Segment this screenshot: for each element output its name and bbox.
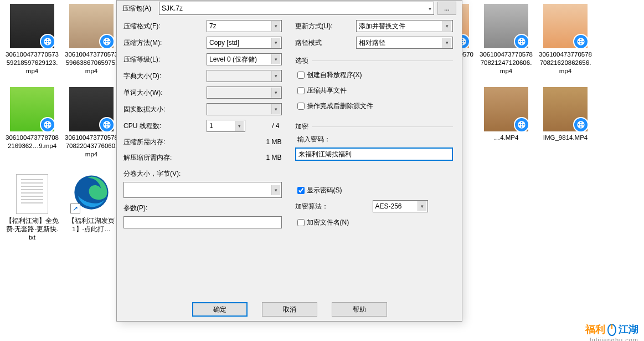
- svg-point-34: [47, 126, 49, 128]
- svg-point-11: [104, 41, 106, 43]
- file-item[interactable]: 30610047377057870822043776060.mp4: [62, 83, 121, 166]
- svg-point-40: [106, 126, 108, 128]
- shortcut-arrow-icon: ↗: [70, 203, 80, 213]
- archive-path-combo[interactable]: SJK.7z ▾: [159, 2, 434, 15]
- file-item[interactable]: 3061004737787082169362…9.mp4: [3, 83, 61, 166]
- svg-point-15: [464, 41, 466, 43]
- showpwd-checkbox[interactable]: [297, 187, 305, 194]
- chevron-down-icon: ▾: [442, 21, 451, 31]
- file-item[interactable]: 30610047377057870821247120606.mp4: [477, 0, 535, 83]
- svg-point-53: [519, 124, 521, 126]
- file-name: 30610047377057870822043776060.mp4: [64, 134, 119, 159]
- delete-label: 操作完成后删除源文件: [307, 101, 373, 111]
- svg-point-55: [580, 124, 582, 126]
- archive-path-value: SJK.7z: [162, 4, 183, 12]
- svg-point-9: [109, 41, 110, 43]
- mem-decompress-label: 解压缩所需内存:: [123, 153, 172, 162]
- chevron-down-icon: ▾: [271, 54, 280, 64]
- chevron-down-icon: ▾: [271, 185, 280, 195]
- file-item[interactable]: …4.MP4: [477, 83, 535, 166]
- file-item[interactable]: IMG_9814.MP4: [536, 83, 595, 166]
- file-thumb: [10, 4, 54, 48]
- update-label: 更新方式(U):: [295, 22, 356, 31]
- algo-combo[interactable]: AES-256 ▾: [373, 200, 428, 212]
- update-combo[interactable]: 添加并替换文件 ▾: [356, 20, 454, 32]
- pathmode-label: 路径模式: [295, 38, 356, 48]
- svg-point-31: [47, 124, 49, 126]
- file-item[interactable]: ↗【福利江湖发页1】-点此打…: [62, 166, 121, 250]
- file-name: 30610047377057359218597629123.mp4: [4, 50, 60, 75]
- file-name: …4.MP4: [493, 134, 520, 142]
- showpwd-label: 显示密码(S): [307, 186, 342, 195]
- right-column: 更新方式(U): 添加并替换文件 ▾ 路径模式 相对路径 ▾ 选项 创建自释放程…: [286, 17, 458, 228]
- left-column: 压缩格式(F): 7z ▾ 压缩方法(M): Copy [std] ▾ 压缩等级…: [121, 17, 286, 228]
- pathmode-combo[interactable]: 相对路径 ▾: [356, 37, 454, 49]
- params-input[interactable]: [123, 216, 282, 228]
- video-reel-icon: [514, 117, 528, 131]
- sfx-checkbox[interactable]: [297, 72, 305, 79]
- svg-point-8: [106, 39, 108, 40]
- level-combo[interactable]: Level 0 (仅存储) ▾: [207, 53, 282, 65]
- svg-point-20: [521, 39, 523, 40]
- browse-button[interactable]: ...: [437, 2, 456, 15]
- chevron-down-icon: ▾: [271, 88, 280, 98]
- format-combo[interactable]: 7z ▾: [207, 20, 282, 32]
- cancel-button[interactable]: 取消: [262, 302, 317, 317]
- chevron-down-icon: ▾: [442, 38, 451, 48]
- method-combo[interactable]: Copy [std] ▾: [207, 37, 282, 49]
- video-reel-icon: [514, 34, 528, 48]
- svg-point-28: [580, 43, 582, 45]
- password-input[interactable]: 来福利江湖找福利: [295, 147, 454, 161]
- svg-point-57: [583, 124, 584, 126]
- help-button[interactable]: 帮助: [332, 302, 387, 317]
- options-title: 选项: [295, 56, 308, 65]
- dict-combo[interactable]: ▾: [207, 70, 282, 82]
- encnames-label: 加密文件名(N): [307, 218, 349, 227]
- threads-combo[interactable]: 1 ▾: [207, 120, 245, 132]
- svg-point-26: [580, 39, 582, 40]
- watermark: 福利 江湖: [585, 322, 638, 337]
- mouse-icon: [606, 322, 617, 337]
- file-name: 30610047377057359663867065975.mp4: [64, 50, 119, 75]
- svg-point-58: [580, 126, 582, 128]
- ok-button[interactable]: 确定: [192, 302, 248, 317]
- file-name: 30610047377057870821620862656.mp4: [538, 50, 593, 75]
- file-item[interactable]: 30610047377057359663867065975.mp4: [62, 0, 121, 83]
- share-label: 压缩共享文件: [307, 86, 347, 95]
- file-thumb: [543, 4, 588, 48]
- svg-point-2: [47, 39, 49, 40]
- delete-checkbox[interactable]: [297, 103, 305, 110]
- video-reel-icon: [99, 117, 114, 131]
- svg-point-38: [106, 122, 108, 124]
- format-label: 压缩格式(F):: [123, 22, 207, 31]
- solid-label: 固实数据大小:: [123, 105, 207, 114]
- svg-point-37: [106, 124, 108, 126]
- word-combo[interactable]: ▾: [207, 86, 282, 99]
- file-name: IMG_9814.MP4: [542, 134, 589, 142]
- solid-combo[interactable]: ▾: [207, 103, 282, 115]
- share-checkbox[interactable]: [297, 87, 305, 94]
- threads-max: / 4: [245, 122, 282, 130]
- chevron-down-icon: ▾: [271, 71, 280, 81]
- svg-point-41: [104, 124, 106, 126]
- svg-point-32: [47, 122, 49, 124]
- chevron-down-icon: ▾: [418, 201, 426, 211]
- file-item[interactable]: 【福利江湖】全免费-无套路-更新快.txt: [3, 166, 61, 250]
- svg-point-49: [521, 124, 523, 126]
- file-item[interactable]: 30610047377057359218597629123.mp4: [3, 0, 61, 83]
- svg-point-21: [523, 41, 525, 43]
- video-reel-icon: [573, 117, 588, 131]
- file-thumb: [10, 170, 54, 215]
- svg-point-10: [106, 43, 108, 45]
- file-item[interactable]: 30610047377057870821620862656.mp4: [536, 0, 595, 83]
- svg-point-39: [109, 124, 110, 126]
- file-name: 30610047377057870821247120606.mp4: [478, 50, 534, 75]
- encnames-checkbox[interactable]: [297, 219, 305, 226]
- file-thumb: [543, 87, 588, 131]
- split-combo[interactable]: ▾: [123, 182, 282, 198]
- chevron-down-icon: ▾: [429, 6, 431, 12]
- file-name: 【福利江湖】全免费-无套路-更新快.txt: [4, 217, 60, 242]
- watermark-sub: fulijianghu.com: [590, 337, 638, 341]
- compress-dialog: 压缩包(A) SJK.7z ▾ ... 压缩格式(F): 7z ▾ 压缩方法(M…: [116, 0, 462, 322]
- level-label: 压缩等级(L):: [123, 55, 207, 64]
